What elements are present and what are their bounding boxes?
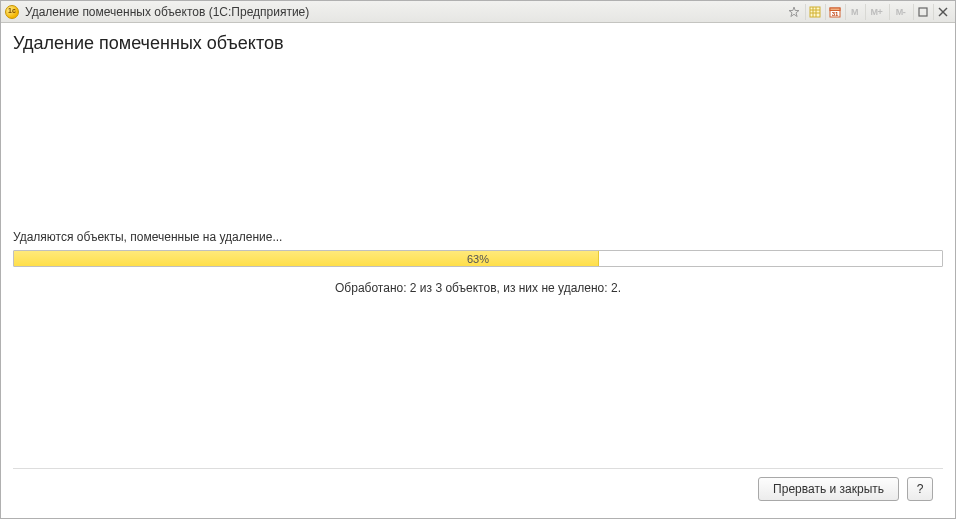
svg-rect-1 — [810, 7, 820, 17]
maximize-icon[interactable] — [913, 4, 931, 20]
m-plus-icon[interactable]: M+ — [865, 4, 887, 20]
app-icon — [5, 5, 19, 19]
titlebar: Удаление помеченных объектов (1С:Предпри… — [1, 1, 955, 23]
progress-label: Удаляются объекты, помеченные на удалени… — [13, 230, 943, 244]
grid-icon[interactable] — [805, 4, 823, 20]
titlebar-icons: 31 M M+ M- — [785, 4, 951, 20]
progress-block: Удаляются объекты, помеченные на удалени… — [13, 230, 943, 295]
window-title: Удаление помеченных объектов (1С:Предпри… — [25, 5, 309, 19]
footer: Прервать и закрыть ? — [13, 468, 943, 508]
progress-bar: 63% — [13, 250, 943, 267]
favorite-icon[interactable] — [785, 4, 803, 20]
m-minus-icon[interactable]: M- — [889, 4, 911, 20]
page-title: Удаление помеченных объектов — [13, 33, 943, 54]
close-icon[interactable] — [933, 4, 951, 20]
help-button[interactable]: ? — [907, 477, 933, 501]
cancel-button[interactable]: Прервать и закрыть — [758, 477, 899, 501]
m-icon[interactable]: M — [845, 4, 863, 20]
svg-rect-9 — [919, 8, 927, 16]
progress-detail: Обработано: 2 из 3 объектов, из них не у… — [13, 281, 943, 295]
svg-text:31: 31 — [831, 11, 838, 17]
calendar-icon[interactable]: 31 — [825, 4, 843, 20]
progress-percent: 63% — [14, 251, 942, 266]
window: Удаление помеченных объектов (1С:Предпри… — [0, 0, 956, 519]
content: Удаление помеченных объектов Удаляются о… — [1, 23, 955, 518]
svg-marker-0 — [789, 7, 799, 17]
